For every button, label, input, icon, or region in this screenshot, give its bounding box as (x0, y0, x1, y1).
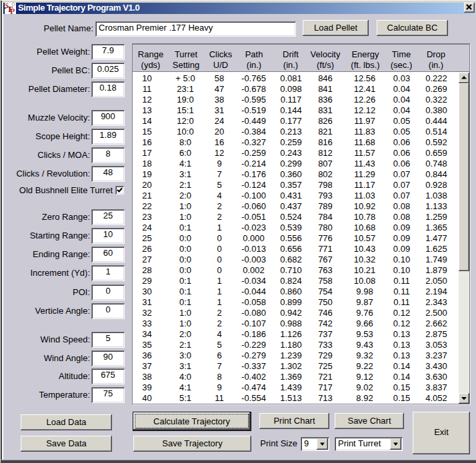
svg-text:P: P (10, 7, 15, 15)
